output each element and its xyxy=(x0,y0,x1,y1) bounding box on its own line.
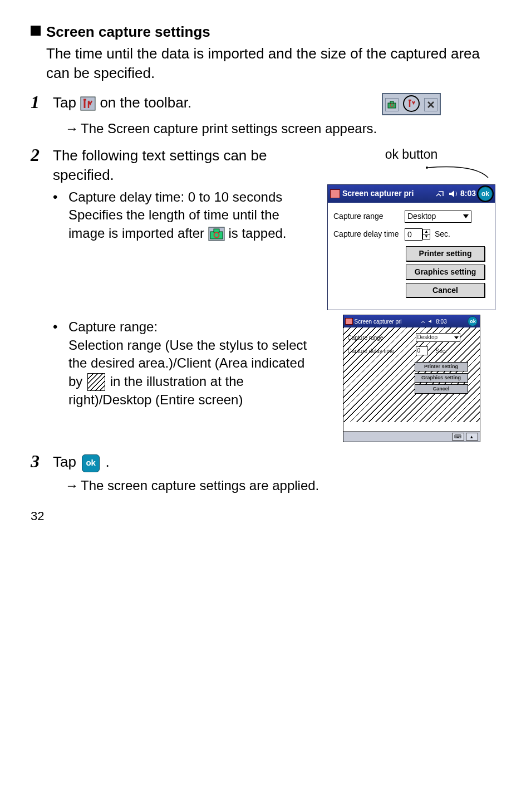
step-2b-body: • Capture range: Selection range (Use th… xyxy=(53,315,319,442)
right-arrow-icon: → xyxy=(65,120,81,138)
client-screenshot: Screen capturer pri 8:03 ok Capture rang… xyxy=(343,315,480,442)
step-1-body: Tap on the toolbar. xyxy=(53,93,319,115)
delay-unit: Sec. xyxy=(435,229,450,239)
client-cancel-button[interactable]: Cancel xyxy=(415,384,468,393)
client-title: Screen capturer pri xyxy=(355,318,402,326)
step-1: 1 Tap on the toolbar. xyxy=(31,93,503,115)
sip-bar: ⌨ ▴ xyxy=(343,431,480,442)
step-3: 3 Tap ok . xyxy=(31,452,503,472)
camera-tray-icon xyxy=(385,98,399,111)
capture-window-titlebar: Screen capturer pri 8:03 ok xyxy=(328,185,495,203)
client-printer-button[interactable]: Printer setting xyxy=(415,362,468,371)
capture-range-select[interactable]: Desktop xyxy=(405,211,471,223)
step-number-3: 3 xyxy=(31,452,53,472)
client-range-label: Capture range xyxy=(348,334,384,342)
ok-button[interactable]: ok xyxy=(468,316,478,326)
disc-bullet-icon: • xyxy=(53,318,68,409)
section-title: Screen capture settings xyxy=(46,22,210,42)
connectivity-icon xyxy=(436,189,446,198)
hatch-area-icon xyxy=(87,373,105,391)
camera-icon xyxy=(208,227,225,241)
step-number-1: 1 xyxy=(31,93,53,115)
section-heading: Screen capture settings xyxy=(31,22,503,42)
spinner-arrows-icon[interactable]: ▲▼ xyxy=(422,229,430,239)
delay-value[interactable]: 0 xyxy=(405,228,422,241)
client-titlebar: Screen capturer pri 8:03 ok xyxy=(343,315,480,327)
bullet-1-body-after: is tapped. xyxy=(228,226,286,241)
step-2-text: The following text settings can be speci… xyxy=(53,147,267,183)
connectivity-icon xyxy=(421,319,427,324)
capture-window-body: Capture range Desktop Capture delay time… xyxy=(328,203,495,310)
capture-window-title: Screen capturer pri xyxy=(342,188,414,199)
square-bullet-icon xyxy=(31,26,41,36)
clock-time: 8:03 xyxy=(460,188,476,199)
step-3-result-text: The screen capture settings are applied. xyxy=(81,477,319,495)
step-3-body: Tap ok . xyxy=(53,452,503,472)
ok-button-icon: ok xyxy=(82,454,100,472)
step-2b: • Capture range: Selection range (Use th… xyxy=(31,315,503,442)
speaker-icon xyxy=(427,319,434,324)
cancel-button[interactable]: Cancel xyxy=(406,283,485,298)
client-area-illustration: Screen capturer pri 8:03 ok Capture rang… xyxy=(319,315,503,442)
step-1-illustration xyxy=(319,93,503,115)
ok-button-label: ok button xyxy=(319,146,503,163)
windows-flag-icon xyxy=(330,189,340,198)
graphics-setting-button[interactable]: Graphics setting xyxy=(406,265,485,280)
svg-rect-2 xyxy=(390,101,394,104)
step-1-before: Tap xyxy=(53,94,80,111)
step-3-result: → The screen capture settings are applie… xyxy=(65,477,503,495)
ok-pointer-arrow-icon xyxy=(319,164,503,180)
bullet-2: • Capture range: Selection range (Use th… xyxy=(53,318,314,409)
chevron-down-icon xyxy=(454,336,459,339)
step-2-body: The following text settings can be speci… xyxy=(53,146,319,311)
bullet-2-title: Capture range: xyxy=(68,319,158,334)
toolbar-icon-circled xyxy=(403,95,420,112)
step-number-2: 2 xyxy=(31,146,53,311)
toolbar-icon xyxy=(80,96,96,111)
step-1-after: on the toolbar. xyxy=(100,94,191,111)
disc-bullet-icon: • xyxy=(53,188,68,242)
capture-delay-label: Capture delay time xyxy=(333,229,405,239)
client-delay-label: Capture delay time xyxy=(348,348,395,355)
step-3-after: . xyxy=(105,453,109,470)
step-1-result-text: The Screen capture print settings screen… xyxy=(81,120,377,138)
capture-range-label: Capture range xyxy=(333,211,405,222)
svg-rect-6 xyxy=(214,229,219,232)
titlebar-toolbar-image xyxy=(382,93,441,115)
client-clock: 8:03 xyxy=(436,318,446,326)
keyboard-icon[interactable]: ⌨ xyxy=(452,433,464,441)
up-arrow-icon[interactable]: ▴ xyxy=(466,433,478,441)
client-range-select[interactable]: Desktop xyxy=(416,333,460,342)
bullet-1: • Capture delay time: 0 to 10 seconds Sp… xyxy=(53,188,314,242)
printer-setting-button[interactable]: Printer setting xyxy=(406,246,485,261)
step-number-2-spacer xyxy=(31,315,53,442)
chevron-down-icon xyxy=(463,214,469,218)
windows-flag-icon xyxy=(345,318,353,325)
capture-range-value: Desktop xyxy=(407,211,436,222)
step-2-illustration: ok button Screen capturer pri 8:03 ok Ca… xyxy=(319,146,503,311)
client-delay-value[interactable]: 0 xyxy=(416,346,428,355)
client-graphics-button[interactable]: Graphics setting xyxy=(415,373,468,382)
step-3-before: Tap xyxy=(53,453,80,470)
step-2: 2 The following text settings can be spe… xyxy=(31,146,503,311)
speaker-icon xyxy=(448,189,458,198)
close-x-icon xyxy=(424,98,437,111)
bullet-1-title: Capture delay time: 0 to 10 seconds xyxy=(68,189,282,204)
svg-point-8 xyxy=(426,167,428,169)
delay-spinner[interactable]: 0 ▲▼ xyxy=(405,228,430,241)
section-intro: The time until the data is imported and … xyxy=(46,44,503,83)
step-1-result: → The Screen capture print settings scre… xyxy=(65,120,503,138)
right-arrow-icon: → xyxy=(65,477,81,495)
ok-button[interactable]: ok xyxy=(478,187,493,201)
page-number: 32 xyxy=(31,508,503,525)
client-delay-unit: Sec. xyxy=(436,348,447,355)
capture-settings-window: Screen capturer pri 8:03 ok Capture rang… xyxy=(327,184,495,311)
